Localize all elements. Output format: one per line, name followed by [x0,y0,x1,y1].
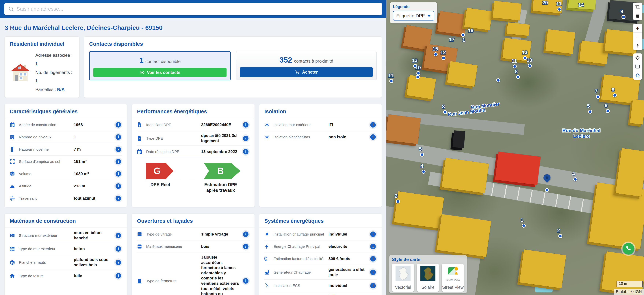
row-value: 213 m [74,184,114,189]
info-icon[interactable]: i [114,133,122,141]
map-building[interactable] [437,11,467,35]
map-building[interactable] [386,114,421,144]
search-input[interactable] [4,3,382,15]
compass-button[interactable] [633,41,642,50]
info-icon[interactable]: i [114,170,122,178]
row-label: Altitude [19,184,74,189]
trash-button[interactable] [633,11,642,20]
style-option-solaire[interactable]: Solaire [417,264,439,292]
map-building[interactable] [493,1,522,20]
info-icon[interactable]: i [114,272,122,280]
info-icon[interactable]: i [369,230,377,238]
legend-select[interactable]: Etiquette DPE [393,11,434,20]
info-row: Identifiant DPE2269E2092440Ei [136,119,250,131]
row-label: Volume [19,171,74,176]
row-value: 13 septembre 2022 [201,149,242,154]
info-row: Type de toituretuilei [9,270,122,282]
residential-info: Adresse associée : 1 Nb. de logements : … [35,51,74,94]
map-3d-view[interactable]: Rue MonnierRue Jean MoulinRue du Marécha… [386,0,644,295]
info-icon[interactable]: i [114,245,122,253]
buy-contacts-button[interactable]: Acheter [240,67,373,77]
calendar-icon [9,122,16,128]
crop-button[interactable] [633,2,642,11]
map-building[interactable] [616,148,644,197]
view-contacts-button[interactable]: Voir les contacts [94,68,226,77]
row-label: Isolation mur extérieur [274,122,328,127]
map-building[interactable] [602,252,644,295]
plus-button[interactable]: + [633,24,642,32]
homenav-button[interactable] [633,71,642,80]
row-value: individuel [328,283,369,289]
residential-line: Nb. de logements : 1 [35,68,74,85]
selected-marker-dot[interactable] [545,188,549,192]
detail-cards-top: Caractéristiques généralesAnnée de const… [4,104,382,207]
ruler-icon [9,146,16,152]
info-icon[interactable]: i [114,182,122,190]
map-building[interactable] [507,22,530,36]
row-label: Energie Chauffage Principal [274,244,328,249]
info-row: Générateur ECSballon accumulation electr… [264,292,377,295]
topbar [0,0,386,18]
info-icon[interactable]: i [114,232,122,240]
map-building[interactable] [452,130,465,148]
info-icon[interactable]: i [369,268,377,276]
info-icon[interactable]: i [114,258,122,267]
style-option-vectoriel[interactable]: Vectoriel [392,264,414,292]
info-icon[interactable]: i [242,230,250,238]
map-building[interactable] [442,158,489,193]
info-icon[interactable]: i [114,145,122,153]
levels-icon [9,134,16,140]
row-value: ballon accumulation electrique [328,294,369,295]
info-icon[interactable]: i [242,148,250,156]
map-building[interactable] [464,8,492,30]
map-building[interactable] [579,40,609,64]
row-label: Installation ECS [274,283,328,288]
contacts-title: Contacts disponibles [84,37,382,50]
info-icon[interactable]: i [114,194,122,202]
whatsapp-button[interactable] [621,242,636,256]
map-building[interactable] [406,75,436,99]
row-label: Type de mur exterieur [19,247,74,251]
info-icon[interactable]: i [369,133,377,141]
style-label: Vectoriel [395,285,411,290]
row-value: murs en béton banché [74,230,114,241]
minus-button[interactable]: − [633,32,642,41]
info-row: Altitude213 mi [9,180,122,192]
locate-button[interactable] [633,53,642,62]
house-illustration [10,63,31,82]
row-value: plafond bois sous solives bois [74,257,114,268]
wall-icon [9,232,16,239]
map-building[interactable] [447,61,478,87]
info-icon[interactable]: i [242,243,250,251]
card-materiaux: Matériaux de constructionStructure mur e… [4,213,127,295]
info-icon[interactable]: i [369,243,377,251]
info-row: Année de construction1968i [9,119,122,131]
info-icon[interactable]: i [369,255,377,263]
style-option-streetview[interactable]: Street ViewStreet View [442,264,464,292]
snow-icon [264,134,271,140]
info-icon[interactable]: i [242,277,250,285]
info-icon[interactable]: i [114,121,122,129]
info-row: Planchers hautsplafond bois sous solives… [9,255,122,270]
cube-icon [9,171,16,177]
dpe-real-label: DPE Réel [146,182,174,193]
info-icon[interactable]: i [369,121,377,129]
info-row: Date réception DPE13 septembre 2022i [136,146,250,158]
info-row: Type de fermetureJalousie accordéon, fer… [136,253,250,295]
wind-icon [9,195,16,202]
info-icon[interactable]: i [242,121,250,129]
info-row: Installation ECSindividueli [264,280,377,292]
row-label: Date réception DPE [146,149,201,154]
map-building[interactable] [394,191,444,228]
info-icon[interactable]: i [114,158,122,166]
map-building[interactable] [495,152,540,185]
info-row: Matériaux menuiserieboisi [136,241,250,253]
info-row: Structure mur extérieurmurs en béton ban… [9,228,122,243]
map-building[interactable] [437,214,491,257]
info-icon[interactable]: i [369,282,377,290]
map-building[interactable] [545,29,575,54]
map-building[interactable] [519,250,566,289]
info-icon[interactable]: i [242,134,250,142]
info-row: Hauteur moyenne7 mi [9,143,122,156]
layout-button[interactable] [633,62,642,71]
